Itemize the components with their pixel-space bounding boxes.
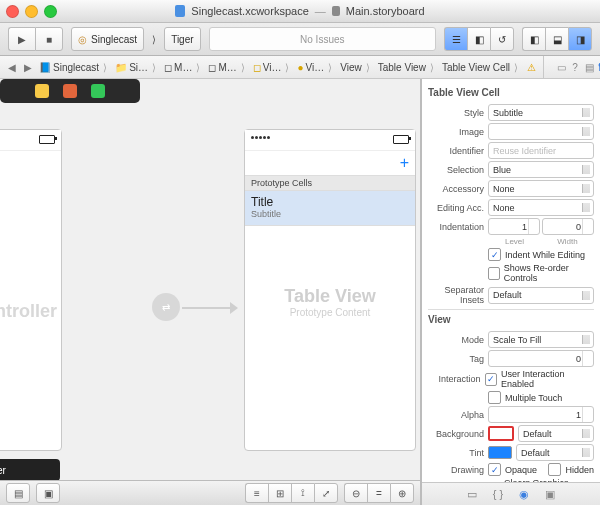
auto-layout-resize[interactable]: ⤢ [314,483,338,503]
editor-mode-standard[interactable]: ☰ [444,27,467,51]
workspace-name: Singlecast.xcworkspace [191,5,308,17]
identity-inspector-tab[interactable]: ▤ [582,60,596,74]
table-view-cell[interactable]: Title Subtitle [245,191,415,226]
user-interaction-checkbox[interactable] [485,373,497,386]
activity-viewer: No Issues [209,27,436,51]
opaque-checkbox[interactable] [488,463,501,476]
image-popup[interactable] [488,123,594,140]
scene-nav-controller[interactable]: n Controller [0,129,62,451]
editor-mode-version[interactable]: ↺ [490,27,514,51]
background-color-well[interactable] [488,426,514,441]
jump-item: ◻Vi… [250,62,295,73]
indent-while-editing-checkbox[interactable] [488,248,501,261]
scene-table-view-controller[interactable]: + Prototype Cells Title Subtitle Table V… [244,129,416,451]
code-snippet-library-tab[interactable]: { } [493,488,503,500]
destination-selector[interactable]: Tiger [164,27,200,51]
hide-outline-icon[interactable]: ▣ [36,483,60,503]
section-head-cell: Table View Cell [428,83,594,102]
jump-item: ◻M… [161,62,205,73]
table-view-placeholder-title: Table View [245,286,415,307]
content-mode-popup[interactable]: Scale To Fill [488,331,594,348]
cell-subtitle-label: Subtitle [251,209,409,219]
jump-item: View [337,62,375,73]
main-toolbar: ▶ ■ ◎Singlecast ⟩ Tiger No Issues ☰ ◧ ↺ … [0,23,600,56]
segue-arrow[interactable] [182,301,238,315]
shows-reorder-checkbox[interactable] [488,267,500,280]
cell-title-label: Title [251,195,409,209]
file-name: Main.storyboard [346,5,425,17]
auto-layout-align[interactable]: ≡ [245,483,268,503]
document-icon [332,6,340,16]
jump-item: Table View Cell [439,62,523,73]
file-inspector-tab[interactable]: ▭ [554,60,568,74]
run-button[interactable]: ▶ [8,27,35,51]
jump-item: 📘Singlecast [36,62,112,73]
library-tab-bar: ▭ { } ◉ ▣ [422,482,600,505]
jump-item: Table View [375,62,439,73]
canvas-bottom-bar: ▤ ▣ ≡ ⊞ ⟟ ⤢ ⊖ = ⊕ [0,480,420,505]
zoom-actual[interactable]: = [367,483,390,503]
tint-color-well[interactable] [488,446,512,459]
nav-controller-label: n Controller [0,151,61,322]
prototype-header: Prototype Cells [245,176,415,191]
alpha-stepper[interactable]: 1 [488,406,594,423]
hidden-checkbox[interactable] [548,463,561,476]
media-library-tab[interactable]: ▣ [545,488,555,501]
scheme-selector[interactable]: ◎Singlecast [71,27,144,51]
tag-stepper[interactable]: 0 [488,350,594,367]
editing-acc-popup[interactable]: None [488,199,594,216]
document-outline-toggle[interactable]: ▤ [6,483,30,503]
view-controller-icon[interactable] [91,84,105,98]
jump-bar[interactable]: ◀ ▶ 📘Singlecast 📁Si… ◻M… ◻M… ◻Vi… ●Vi… V… [0,56,543,79]
scene-dock[interactable] [0,79,140,103]
history-back[interactable]: ◀ [4,62,20,73]
zoom-in[interactable]: ⊕ [390,483,414,503]
xcode-window: Singlecast.xcworkspace — Main.storyboard… [0,0,600,505]
toggle-navigator[interactable]: ◧ [522,27,545,51]
auto-layout-pin[interactable]: ⊞ [268,483,291,503]
jump-item: ◻M… [205,62,249,73]
stop-button[interactable]: ■ [35,27,63,51]
first-responder-icon[interactable] [35,84,49,98]
file-template-library-tab[interactable]: ▭ [467,488,477,501]
scene-label-nav[interactable]: n Controller [0,459,60,481]
toggle-debug-area[interactable]: ⬓ [545,27,568,51]
object-library-tab[interactable]: ◉ [519,488,529,501]
jump-item: 📁Si… [112,62,161,73]
storyboard-canvas[interactable]: n Controller ⇄ + Prototype Cells Title S… [0,79,421,505]
style-popup[interactable]: Subtitle [488,104,594,121]
minimize-window-button[interactable] [25,5,38,18]
zoom-out[interactable]: ⊖ [344,483,367,503]
segue-relationship-icon[interactable]: ⇄ [152,293,180,321]
multiple-touch-checkbox[interactable] [488,391,501,404]
accessory-popup[interactable]: None [488,180,594,197]
jump-item: ●Vi… [294,62,337,73]
background-popup[interactable]: Default [518,425,594,442]
auto-layout-resolve[interactable]: ⟟ [291,483,314,503]
editor-mode-assistant[interactable]: ◧ [467,27,490,51]
inspector-tab-bar: ▭ ? ▤ ⊟ ◉ [543,56,600,79]
exit-icon[interactable] [63,84,77,98]
indent-width-stepper[interactable]: 0 [542,218,594,235]
indent-level-stepper[interactable]: 1 [488,218,540,235]
separator-insets-popup[interactable]: Default [488,287,594,304]
table-view-placeholder-subtitle: Prototype Content [245,307,415,318]
add-bar-button[interactable]: + [400,154,409,172]
attributes-inspector: Table View Cell StyleSubtitle Image Iden… [421,79,600,505]
close-window-button[interactable] [6,5,19,18]
nav-bar[interactable]: + [245,151,415,176]
reuse-identifier-field[interactable]: Reuse Identifier [488,142,594,159]
toggle-utilities[interactable]: ◨ [568,27,592,51]
tint-popup[interactable]: Default [516,444,594,461]
section-head-view: View [428,309,594,329]
zoom-window-button[interactable] [44,5,57,18]
attributes-inspector-tab[interactable] [596,60,600,74]
document-icon [175,5,185,17]
quick-help-tab[interactable]: ? [568,60,582,74]
titlebar: Singlecast.xcworkspace — Main.storyboard [0,0,600,23]
warnings-icon[interactable]: ⚠ [523,62,539,73]
selection-popup[interactable]: Blue [488,161,594,178]
history-fwd[interactable]: ▶ [20,62,36,73]
